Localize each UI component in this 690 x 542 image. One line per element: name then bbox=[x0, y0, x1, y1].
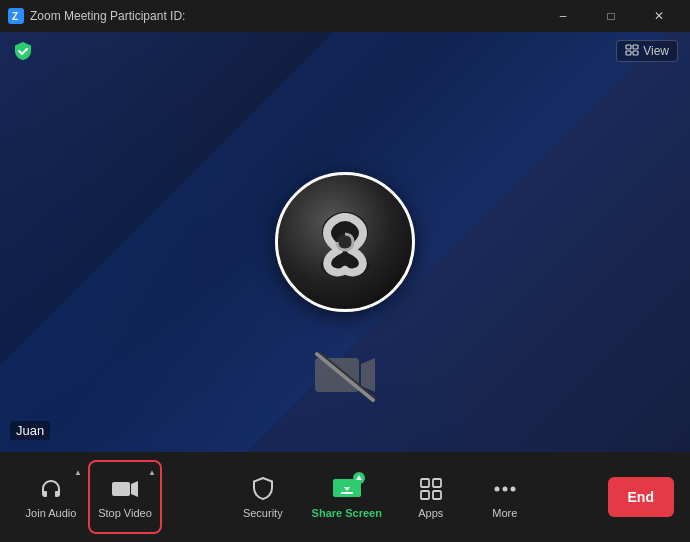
apps-icon bbox=[419, 475, 443, 503]
apps-button[interactable]: Apps bbox=[396, 462, 466, 532]
end-button[interactable]: End bbox=[608, 477, 674, 517]
zoom-logo-icon: Z bbox=[8, 8, 24, 24]
title-bar-controls: – □ ✕ bbox=[540, 0, 682, 32]
security-button[interactable]: Security bbox=[228, 462, 298, 532]
toolbar: ▲ Join Audio ▲ Stop Video bbox=[0, 452, 690, 542]
obs-logo-svg bbox=[300, 197, 390, 287]
participant-name: Juan bbox=[10, 421, 50, 440]
share-screen-label: Share Screen bbox=[312, 507, 382, 519]
svg-rect-3 bbox=[633, 45, 638, 49]
share-screen-button[interactable]: Share Screen bbox=[302, 462, 392, 532]
stop-video-arrow: ▲ bbox=[148, 468, 156, 477]
headphone-icon bbox=[39, 475, 63, 503]
svg-marker-12 bbox=[131, 481, 138, 497]
svg-rect-4 bbox=[626, 51, 631, 55]
view-label: View bbox=[643, 44, 669, 58]
video-area: View Juan bbox=[0, 32, 690, 452]
obs-logo bbox=[275, 172, 415, 312]
title-bar: Z Zoom Meeting Participant ID: – □ ✕ bbox=[0, 0, 690, 32]
svg-rect-20 bbox=[433, 491, 441, 499]
svg-rect-5 bbox=[633, 51, 638, 55]
svg-rect-17 bbox=[421, 479, 429, 487]
shield-status-icon bbox=[12, 40, 34, 62]
security-label: Security bbox=[243, 507, 283, 519]
svg-point-23 bbox=[510, 487, 515, 492]
svg-point-22 bbox=[502, 487, 507, 492]
join-audio-label: Join Audio bbox=[26, 507, 77, 519]
close-button[interactable]: ✕ bbox=[636, 0, 682, 32]
join-audio-arrow: ▲ bbox=[74, 468, 82, 477]
svg-rect-7 bbox=[315, 358, 359, 392]
svg-text:Z: Z bbox=[12, 11, 18, 22]
toolbar-right: End bbox=[608, 477, 674, 517]
svg-rect-18 bbox=[433, 479, 441, 487]
view-icon bbox=[625, 44, 639, 58]
svg-point-21 bbox=[494, 487, 499, 492]
view-button[interactable]: View bbox=[616, 40, 678, 62]
shield-icon bbox=[252, 475, 274, 503]
stop-video-label: Stop Video bbox=[98, 507, 152, 519]
svg-marker-16 bbox=[356, 475, 362, 480]
maximize-button[interactable]: □ bbox=[588, 0, 634, 32]
title-bar-left: Z Zoom Meeting Participant ID: bbox=[8, 8, 185, 24]
join-audio-button[interactable]: ▲ Join Audio bbox=[16, 462, 86, 532]
more-button[interactable]: More bbox=[470, 462, 540, 532]
title-bar-title: Zoom Meeting Participant ID: bbox=[30, 9, 185, 23]
svg-rect-2 bbox=[626, 45, 631, 49]
minimize-button[interactable]: – bbox=[540, 0, 586, 32]
toolbar-left: ▲ Join Audio ▲ Stop Video bbox=[16, 462, 160, 532]
svg-marker-8 bbox=[361, 358, 375, 392]
svg-rect-19 bbox=[421, 491, 429, 499]
svg-rect-11 bbox=[112, 482, 130, 496]
apps-label: Apps bbox=[418, 507, 443, 519]
more-icon bbox=[493, 475, 517, 503]
stop-video-button[interactable]: ▲ Stop Video bbox=[90, 462, 160, 532]
shield-badge bbox=[12, 40, 34, 62]
more-label: More bbox=[492, 507, 517, 519]
share-screen-up-icon bbox=[355, 474, 363, 482]
svg-rect-15 bbox=[341, 492, 353, 494]
camera-off-icon bbox=[313, 350, 377, 402]
camera-off-svg bbox=[313, 350, 377, 402]
camera-icon bbox=[111, 475, 139, 503]
toolbar-center: Security Share Screen bbox=[228, 462, 540, 532]
